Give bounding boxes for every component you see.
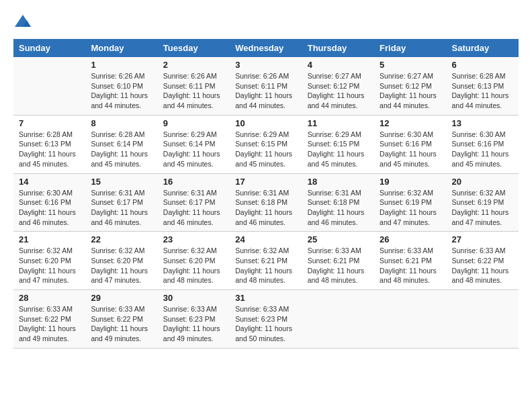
calendar-cell: 24Sunrise: 6:32 AM Sunset: 6:21 PM Dayli… (230, 232, 302, 290)
day-number: 17 (235, 177, 296, 187)
day-number: 18 (308, 177, 369, 187)
day-number: 22 (91, 234, 152, 244)
calendar-cell: 2Sunrise: 6:26 AM Sunset: 6:11 PM Daylig… (158, 57, 230, 115)
logo (13, 13, 35, 32)
day-number: 31 (235, 293, 296, 303)
day-info: Sunrise: 6:28 AM Sunset: 6:13 PM Dayligh… (452, 71, 513, 111)
calendar-cell (374, 290, 446, 349)
day-info: Sunrise: 6:26 AM Sunset: 6:11 PM Dayligh… (235, 71, 296, 111)
calendar-cell: 1Sunrise: 6:26 AM Sunset: 6:10 PM Daylig… (85, 57, 157, 115)
calendar-cell: 12Sunrise: 6:30 AM Sunset: 6:16 PM Dayli… (374, 115, 446, 173)
day-info: Sunrise: 6:31 AM Sunset: 6:18 PM Dayligh… (308, 188, 369, 228)
calendar-cell: 23Sunrise: 6:32 AM Sunset: 6:20 PM Dayli… (158, 232, 230, 290)
calendar-cell (447, 290, 519, 349)
day-info: Sunrise: 6:30 AM Sunset: 6:16 PM Dayligh… (380, 130, 441, 169)
day-number: 28 (19, 293, 80, 303)
day-info: Sunrise: 6:29 AM Sunset: 6:15 PM Dayligh… (308, 130, 369, 169)
calendar-cell: 17Sunrise: 6:31 AM Sunset: 6:18 PM Dayli… (230, 173, 302, 232)
day-info: Sunrise: 6:32 AM Sunset: 6:20 PM Dayligh… (91, 246, 152, 285)
day-number: 21 (19, 234, 80, 244)
day-info: Sunrise: 6:32 AM Sunset: 6:19 PM Dayligh… (452, 188, 513, 228)
calendar-cell: 15Sunrise: 6:31 AM Sunset: 6:17 PM Dayli… (85, 173, 157, 232)
day-number: 15 (91, 177, 152, 187)
day-info: Sunrise: 6:30 AM Sunset: 6:16 PM Dayligh… (19, 188, 80, 228)
calendar-cell: 11Sunrise: 6:29 AM Sunset: 6:15 PM Dayli… (302, 115, 374, 173)
day-number: 23 (163, 234, 224, 244)
day-number: 30 (163, 293, 224, 303)
day-header-sunday: Sunday (13, 39, 85, 57)
calendar-cell: 30Sunrise: 6:33 AM Sunset: 6:23 PM Dayli… (158, 290, 230, 349)
calendar-table: SundayMondayTuesdayWednesdayThursdayFrid… (13, 39, 519, 349)
calendar-cell: 10Sunrise: 6:29 AM Sunset: 6:15 PM Dayli… (230, 115, 302, 173)
day-info: Sunrise: 6:33 AM Sunset: 6:23 PM Dayligh… (235, 304, 296, 344)
calendar-week-row: 28Sunrise: 6:33 AM Sunset: 6:22 PM Dayli… (13, 290, 519, 349)
calendar-cell: 27Sunrise: 6:33 AM Sunset: 6:22 PM Dayli… (447, 232, 519, 290)
day-number: 25 (308, 234, 369, 244)
calendar-cell: 26Sunrise: 6:33 AM Sunset: 6:21 PM Dayli… (374, 232, 446, 290)
calendar-cell: 14Sunrise: 6:30 AM Sunset: 6:16 PM Dayli… (13, 173, 85, 232)
calendar-cell: 4Sunrise: 6:27 AM Sunset: 6:12 PM Daylig… (302, 57, 374, 115)
day-info: Sunrise: 6:28 AM Sunset: 6:13 PM Dayligh… (19, 130, 80, 169)
day-number: 3 (235, 60, 296, 70)
calendar-week-row: 21Sunrise: 6:32 AM Sunset: 6:20 PM Dayli… (13, 232, 519, 290)
calendar-cell: 28Sunrise: 6:33 AM Sunset: 6:22 PM Dayli… (13, 290, 85, 349)
calendar-cell: 8Sunrise: 6:28 AM Sunset: 6:14 PM Daylig… (85, 115, 157, 173)
day-info: Sunrise: 6:31 AM Sunset: 6:18 PM Dayligh… (235, 188, 296, 228)
day-info: Sunrise: 6:27 AM Sunset: 6:12 PM Dayligh… (308, 71, 369, 111)
day-number: 26 (380, 234, 441, 244)
calendar-cell: 18Sunrise: 6:31 AM Sunset: 6:18 PM Dayli… (302, 173, 374, 232)
calendar-cell (13, 57, 85, 115)
day-number: 2 (163, 60, 224, 70)
day-number: 16 (163, 177, 224, 187)
day-number: 6 (452, 60, 513, 70)
day-info: Sunrise: 6:32 AM Sunset: 6:20 PM Dayligh… (163, 246, 224, 285)
day-info: Sunrise: 6:33 AM Sunset: 6:21 PM Dayligh… (380, 246, 441, 285)
day-header-monday: Monday (85, 39, 157, 57)
calendar-cell: 22Sunrise: 6:32 AM Sunset: 6:20 PM Dayli… (85, 232, 157, 290)
day-info: Sunrise: 6:31 AM Sunset: 6:17 PM Dayligh… (91, 188, 152, 228)
calendar-cell: 13Sunrise: 6:30 AM Sunset: 6:16 PM Dayli… (447, 115, 519, 173)
day-info: Sunrise: 6:32 AM Sunset: 6:21 PM Dayligh… (235, 246, 296, 285)
day-info: Sunrise: 6:28 AM Sunset: 6:14 PM Dayligh… (91, 130, 152, 169)
calendar-cell: 29Sunrise: 6:33 AM Sunset: 6:22 PM Dayli… (85, 290, 157, 349)
calendar-cell: 21Sunrise: 6:32 AM Sunset: 6:20 PM Dayli… (13, 232, 85, 290)
day-header-wednesday: Wednesday (230, 39, 302, 57)
day-info: Sunrise: 6:29 AM Sunset: 6:14 PM Dayligh… (163, 130, 224, 169)
calendar-cell: 6Sunrise: 6:28 AM Sunset: 6:13 PM Daylig… (447, 57, 519, 115)
calendar-cell: 19Sunrise: 6:32 AM Sunset: 6:19 PM Dayli… (374, 173, 446, 232)
day-number: 24 (235, 234, 296, 244)
calendar-cell: 7Sunrise: 6:28 AM Sunset: 6:13 PM Daylig… (13, 115, 85, 173)
day-number: 8 (91, 118, 152, 128)
day-number: 5 (380, 60, 441, 70)
day-number: 11 (308, 118, 369, 128)
calendar-cell: 5Sunrise: 6:27 AM Sunset: 6:12 PM Daylig… (374, 57, 446, 115)
day-info: Sunrise: 6:27 AM Sunset: 6:12 PM Dayligh… (380, 71, 441, 111)
day-info: Sunrise: 6:26 AM Sunset: 6:11 PM Dayligh… (163, 71, 224, 111)
calendar-cell: 20Sunrise: 6:32 AM Sunset: 6:19 PM Dayli… (447, 173, 519, 232)
day-header-thursday: Thursday (302, 39, 374, 57)
day-info: Sunrise: 6:26 AM Sunset: 6:10 PM Dayligh… (91, 71, 152, 111)
day-number: 27 (452, 234, 513, 244)
day-number: 1 (91, 60, 152, 70)
calendar-week-row: 14Sunrise: 6:30 AM Sunset: 6:16 PM Dayli… (13, 173, 519, 232)
day-number: 12 (380, 118, 441, 128)
calendar-week-row: 7Sunrise: 6:28 AM Sunset: 6:13 PM Daylig… (13, 115, 519, 173)
calendar-cell: 25Sunrise: 6:33 AM Sunset: 6:21 PM Dayli… (302, 232, 374, 290)
day-number: 9 (163, 118, 224, 128)
day-header-tuesday: Tuesday (158, 39, 230, 57)
day-info: Sunrise: 6:29 AM Sunset: 6:15 PM Dayligh… (235, 130, 296, 169)
day-info: Sunrise: 6:33 AM Sunset: 6:23 PM Dayligh… (163, 304, 224, 344)
day-number: 10 (235, 118, 296, 128)
day-info: Sunrise: 6:33 AM Sunset: 6:22 PM Dayligh… (452, 246, 513, 285)
day-header-saturday: Saturday (447, 39, 519, 57)
day-info: Sunrise: 6:33 AM Sunset: 6:22 PM Dayligh… (91, 304, 152, 344)
day-info: Sunrise: 6:30 AM Sunset: 6:16 PM Dayligh… (452, 130, 513, 169)
day-number: 7 (19, 118, 80, 128)
page-header (13, 13, 519, 32)
calendar-cell: 9Sunrise: 6:29 AM Sunset: 6:14 PM Daylig… (158, 115, 230, 173)
day-info: Sunrise: 6:33 AM Sunset: 6:21 PM Dayligh… (308, 246, 369, 285)
calendar-header-row: SundayMondayTuesdayWednesdayThursdayFrid… (13, 39, 519, 57)
logo-icon (13, 13, 32, 32)
day-info: Sunrise: 6:32 AM Sunset: 6:20 PM Dayligh… (19, 246, 80, 285)
day-number: 20 (452, 177, 513, 187)
